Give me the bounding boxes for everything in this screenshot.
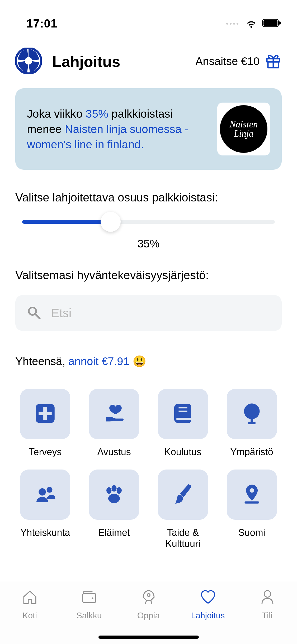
category-label: Taide & Kulttuuri	[153, 527, 213, 549]
category-society[interactable]: Yhteiskunta	[15, 470, 75, 549]
medical-cross-icon	[34, 402, 57, 426]
brush-icon	[171, 482, 195, 507]
rocket-icon	[140, 588, 157, 607]
category-label: Terveys	[29, 447, 62, 457]
status-icon-group	[226, 18, 281, 29]
cellular-dots-icon	[226, 23, 238, 25]
tab-label: Salkku	[76, 611, 102, 620]
donation-total-line: Yhteensä, annoit €7.91 😃	[15, 355, 282, 368]
app-logo-icon	[15, 48, 42, 75]
svg-point-23	[117, 487, 122, 494]
category-arts[interactable]: Taide & Kulttuuri	[153, 470, 213, 549]
svg-point-22	[112, 485, 117, 492]
paw-icon	[102, 482, 126, 507]
svg-point-28	[92, 597, 93, 599]
charity-logo: Naisten Linja	[217, 103, 270, 155]
svg-point-29	[147, 594, 150, 596]
svg-rect-1	[263, 20, 277, 26]
category-environment[interactable]: Ympäristö	[222, 389, 282, 457]
svg-rect-26	[244, 502, 259, 504]
donation-banner[interactable]: Joka viikko 35% palkkioistasi menee Nais…	[15, 88, 282, 170]
svg-rect-12	[39, 412, 52, 415]
charity-picker-label: Valitsemasi hyväntekeväisyysjärjestö:	[15, 269, 282, 282]
wifi-icon	[245, 18, 257, 29]
page-header: Lahjoitus Ansaitse €10	[0, 37, 297, 86]
search-icon	[27, 306, 41, 320]
category-animals[interactable]: Eläimet	[84, 470, 144, 549]
svg-point-19	[39, 488, 46, 496]
category-label: Eläimet	[98, 527, 130, 538]
wallet-icon	[81, 588, 98, 607]
category-label: Suomi	[238, 527, 265, 538]
tab-home[interactable]: Koti	[0, 588, 59, 644]
hand-heart-icon	[102, 402, 126, 426]
book-icon	[171, 402, 195, 426]
charity-search-input[interactable]	[51, 306, 270, 320]
tab-label: Tili	[262, 611, 273, 620]
tree-icon	[240, 402, 263, 426]
home-icon	[21, 588, 39, 607]
category-grid: Terveys Avustus Koulutus Ympäristö Yhtei…	[15, 389, 282, 549]
heart-icon	[199, 588, 217, 607]
svg-line-9	[36, 314, 40, 318]
people-icon	[34, 482, 57, 507]
tab-label: Koti	[22, 611, 37, 620]
person-icon	[259, 588, 276, 607]
donation-percent-value: 35%	[15, 237, 282, 250]
category-education[interactable]: Koulutus	[153, 389, 213, 457]
category-label: Avustus	[97, 447, 131, 457]
charity-search-box[interactable]	[15, 295, 282, 331]
svg-point-4	[25, 57, 32, 65]
slider-fill	[22, 220, 111, 224]
earn-reward-label: Ansaitse €10	[195, 55, 260, 68]
svg-point-20	[47, 487, 53, 493]
page-title: Lahjoitus	[52, 53, 120, 70]
earn-reward-button[interactable]: Ansaitse €10	[195, 52, 282, 70]
tab-label: Oppia	[137, 611, 160, 620]
status-time: 17:01	[26, 17, 58, 30]
bottom-tab-bar: Koti Salkku Oppia Lahjoitus Tili	[0, 582, 297, 644]
donation-percent-section: Valitse lahjoitettava osuus palkkioistas…	[15, 191, 282, 250]
category-label: Ympäristö	[230, 447, 273, 457]
tab-label: Lahjoitus	[191, 611, 225, 620]
smile-emoji-icon: 😃	[133, 355, 146, 367]
donation-banner-text: Joka viikko 35% palkkioistasi menee Nais…	[27, 106, 206, 152]
category-aid[interactable]: Avustus	[84, 389, 144, 457]
svg-point-25	[249, 488, 254, 493]
gift-icon	[265, 52, 282, 70]
map-pin-icon	[240, 482, 263, 507]
svg-rect-2	[279, 21, 281, 25]
svg-point-24	[108, 494, 120, 503]
slider-thumb[interactable]	[101, 212, 121, 232]
charity-picker-section: Valitsemasi hyväntekeväisyysjärjestö:	[15, 269, 282, 331]
donation-percent-label: Valitse lahjoitettava osuus palkkioistas…	[15, 191, 282, 204]
status-bar: 17:01	[0, 0, 297, 37]
tab-account[interactable]: Tili	[238, 588, 297, 644]
category-label: Yhteiskunta	[20, 527, 70, 538]
svg-point-21	[106, 487, 111, 494]
battery-icon	[262, 18, 281, 29]
home-indicator	[98, 636, 199, 639]
category-label: Koulutus	[164, 447, 201, 457]
svg-rect-13	[176, 418, 191, 420]
svg-point-30	[264, 591, 271, 597]
category-health[interactable]: Terveys	[15, 389, 75, 457]
svg-rect-27	[83, 594, 96, 603]
donation-percent-slider[interactable]	[22, 220, 275, 224]
svg-point-16	[245, 405, 258, 418]
category-finland[interactable]: Suomi	[222, 470, 282, 549]
